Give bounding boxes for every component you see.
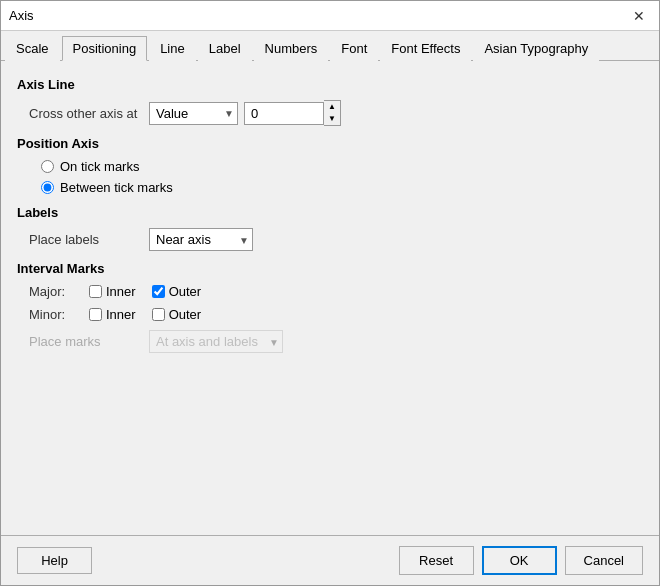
footer: Help Reset OK Cancel bbox=[1, 535, 659, 585]
cross-axis-select[interactable]: Value Minimum Maximum bbox=[149, 102, 238, 125]
between-tick-marks-row: Between tick marks bbox=[17, 180, 643, 195]
minor-row-label: Minor: bbox=[29, 307, 89, 322]
minor-inner-group: Inner bbox=[89, 307, 136, 322]
place-marks-select-wrapper: At axis and labels At axis At labels ▼ bbox=[149, 330, 283, 353]
dialog-title: Axis bbox=[9, 8, 34, 23]
spinner-wrapper: ▲ ▼ bbox=[244, 100, 341, 126]
cross-axis-select-wrapper: Value Minimum Maximum ▼ bbox=[149, 102, 238, 125]
place-labels-select-wrapper: Near axis Outside axis Inside axis None … bbox=[149, 228, 253, 251]
major-outer-group: Outer bbox=[152, 284, 202, 299]
tab-positioning[interactable]: Positioning bbox=[62, 36, 148, 61]
place-labels-label: Place labels bbox=[29, 232, 149, 247]
axis-line-section: Axis Line Cross other axis at Value Mini… bbox=[17, 77, 643, 126]
cross-axis-row: Cross other axis at Value Minimum Maximu… bbox=[17, 100, 643, 126]
minor-inner-label[interactable]: Inner bbox=[106, 307, 136, 322]
labels-section: Labels Place labels Near axis Outside ax… bbox=[17, 205, 643, 251]
tab-label[interactable]: Label bbox=[198, 36, 252, 61]
major-label: Major: bbox=[29, 284, 89, 299]
axis-dialog: Axis ✕ Scale Positioning Line Label Numb… bbox=[0, 0, 660, 586]
axis-line-title: Axis Line bbox=[17, 77, 643, 92]
major-inner-checkbox[interactable] bbox=[89, 285, 102, 298]
major-outer-label[interactable]: Outer bbox=[169, 284, 202, 299]
on-tick-marks-radio[interactable] bbox=[41, 160, 54, 173]
help-button[interactable]: Help bbox=[17, 547, 92, 574]
major-row: Major: Inner Outer bbox=[17, 284, 643, 299]
labels-title: Labels bbox=[17, 205, 643, 220]
place-marks-label: Place marks bbox=[29, 334, 149, 349]
minor-outer-group: Outer bbox=[152, 307, 202, 322]
interval-marks-section: Interval Marks Major: Inner Outer Minor: bbox=[17, 261, 643, 353]
major-inner-label[interactable]: Inner bbox=[106, 284, 136, 299]
tab-numbers[interactable]: Numbers bbox=[254, 36, 329, 61]
spinner-buttons: ▲ ▼ bbox=[324, 100, 341, 126]
on-tick-marks-row: On tick marks bbox=[17, 159, 643, 174]
major-inner-group: Inner bbox=[89, 284, 136, 299]
minor-outer-checkbox[interactable] bbox=[152, 308, 165, 321]
minor-row: Minor: Inner Outer bbox=[17, 307, 643, 322]
spinner-up-button[interactable]: ▲ bbox=[324, 101, 340, 113]
tab-font-effects[interactable]: Font Effects bbox=[380, 36, 471, 61]
tab-scale[interactable]: Scale bbox=[5, 36, 60, 61]
tab-font[interactable]: Font bbox=[330, 36, 378, 61]
cancel-button[interactable]: Cancel bbox=[565, 546, 643, 575]
reset-button[interactable]: Reset bbox=[399, 546, 474, 575]
place-labels-select[interactable]: Near axis Outside axis Inside axis None bbox=[149, 228, 253, 251]
title-bar: Axis ✕ bbox=[1, 1, 659, 31]
cross-axis-label: Cross other axis at bbox=[29, 106, 149, 121]
place-marks-select[interactable]: At axis and labels At axis At labels bbox=[149, 330, 283, 353]
spinner-down-button[interactable]: ▼ bbox=[324, 113, 340, 125]
between-tick-marks-label[interactable]: Between tick marks bbox=[60, 180, 173, 195]
tab-content: Axis Line Cross other axis at Value Mini… bbox=[1, 61, 659, 535]
major-outer-checkbox[interactable] bbox=[152, 285, 165, 298]
spinner-input[interactable] bbox=[244, 102, 324, 125]
ok-button[interactable]: OK bbox=[482, 546, 557, 575]
footer-right-buttons: Reset OK Cancel bbox=[399, 546, 643, 575]
place-marks-row: Place marks At axis and labels At axis A… bbox=[17, 330, 643, 353]
tabs-bar: Scale Positioning Line Label Numbers Fon… bbox=[1, 31, 659, 61]
close-button[interactable]: ✕ bbox=[627, 6, 651, 26]
tab-line[interactable]: Line bbox=[149, 36, 196, 61]
minor-outer-label[interactable]: Outer bbox=[169, 307, 202, 322]
minor-inner-checkbox[interactable] bbox=[89, 308, 102, 321]
interval-marks-title: Interval Marks bbox=[17, 261, 643, 276]
place-labels-row: Place labels Near axis Outside axis Insi… bbox=[17, 228, 643, 251]
on-tick-marks-label[interactable]: On tick marks bbox=[60, 159, 139, 174]
tab-asian-typography[interactable]: Asian Typography bbox=[473, 36, 599, 61]
between-tick-marks-radio[interactable] bbox=[41, 181, 54, 194]
position-axis-section: Position Axis On tick marks Between tick… bbox=[17, 136, 643, 195]
position-axis-title: Position Axis bbox=[17, 136, 643, 151]
